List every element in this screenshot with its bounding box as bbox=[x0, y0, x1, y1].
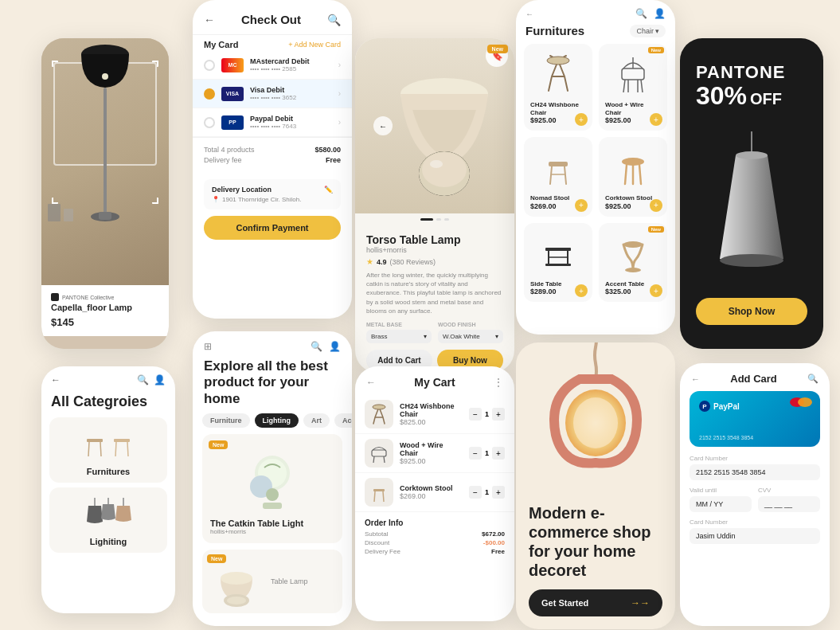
category-label-lighting: Lighiting bbox=[90, 537, 127, 546]
furniture-item-4[interactable]: Corktown Stool $925.00 + bbox=[599, 137, 667, 217]
cart-item-image-3 bbox=[365, 478, 393, 507]
back-arrow-icon[interactable]: ← bbox=[525, 10, 533, 18]
more-icon[interactable]: ⋮ bbox=[494, 377, 503, 388]
lamp-product-image: ← 🔖 New bbox=[355, 38, 514, 213]
profile-icon[interactable]: 👤 bbox=[654, 8, 666, 19]
cvv-label: CVV bbox=[758, 487, 820, 494]
search-icon[interactable]: 🔍 bbox=[807, 374, 819, 384]
category-item-furnitures[interactable]: Furnitures bbox=[49, 417, 167, 483]
grid-icon[interactable]: ⊞ bbox=[204, 341, 212, 352]
tab-art[interactable]: Art bbox=[303, 413, 330, 428]
category-label-furnitures: Furnitures bbox=[87, 467, 130, 476]
furniture-item-6[interactable]: New Accent Table $325.00 + bbox=[599, 223, 667, 303]
svg-line-58 bbox=[383, 491, 384, 502]
paypal-name: Paypal Debit bbox=[250, 115, 296, 123]
explore-product-2[interactable]: New Table Lamp bbox=[202, 550, 342, 613]
explore-product-1[interactable]: New The Catkin Table Light hollis+morris bbox=[202, 434, 342, 543]
tab-lighting[interactable]: Lighting bbox=[255, 413, 299, 428]
add-item-button-3[interactable]: + bbox=[575, 199, 588, 212]
metal-base-label: METAL BASE bbox=[366, 322, 432, 327]
delivery-value: Free bbox=[326, 156, 341, 164]
payment-row-paypal[interactable]: PP Paypal Debit •••• •••• •••• 7643 › bbox=[193, 108, 352, 137]
paypal-icon: P bbox=[699, 401, 710, 412]
search-icon[interactable]: 🔍 bbox=[635, 8, 647, 19]
tab-furniture[interactable]: Furniture bbox=[202, 413, 250, 428]
qty-decrease-3[interactable]: − bbox=[469, 486, 482, 499]
cart-item-1: CH24 Wishbone Chair $825.00 − 1 + bbox=[355, 395, 514, 434]
search-icon[interactable]: 🔍 bbox=[137, 374, 149, 385]
valid-until-field[interactable]: MM / YY bbox=[690, 496, 752, 512]
search-icon[interactable]: 🔍 bbox=[327, 14, 341, 26]
back-arrow-icon[interactable]: ← bbox=[366, 377, 376, 388]
svg-point-49 bbox=[221, 572, 252, 585]
search-icon[interactable]: 🔍 bbox=[311, 341, 322, 352]
qty-increase-1[interactable]: + bbox=[492, 408, 505, 421]
lighting-category-svg bbox=[80, 496, 136, 531]
card-my-cart: ← My Cart ⋮ CH24 Wishbone Chair $825.00 … bbox=[355, 366, 514, 621]
svg-line-57 bbox=[374, 491, 375, 502]
get-started-button[interactable]: Get Started →→ bbox=[529, 589, 662, 616]
furniture-item-1[interactable]: CH24 Wishbone Chair $925.00 + bbox=[524, 44, 592, 131]
modern-lamp-image bbox=[516, 342, 675, 491]
svg-line-39 bbox=[115, 442, 116, 456]
card-modern-ecommerce: Modern e-commerce shop for your home dec… bbox=[516, 342, 675, 629]
cart-item-image-2 bbox=[365, 439, 393, 468]
qty-decrease-2[interactable]: − bbox=[469, 447, 482, 460]
card-number-label: Card Number bbox=[690, 455, 820, 462]
qty-increase-3[interactable]: + bbox=[492, 486, 505, 499]
radio-visa[interactable] bbox=[204, 88, 215, 100]
chevron-right-icon: › bbox=[338, 118, 341, 127]
payment-row-mastercard[interactable]: MC MAstercard Debit •••• •••• •••• 2585 … bbox=[193, 51, 352, 80]
wood-finish-value: W.Oak White bbox=[443, 333, 480, 340]
categories-title: All Categroies bbox=[41, 393, 175, 417]
edit-location-icon[interactable]: ✏️ bbox=[324, 186, 333, 194]
svg-point-8 bbox=[422, 152, 467, 187]
cvv-field[interactable]: __ __ __ bbox=[758, 496, 820, 512]
cart-item-3: Corktown Stool $269.00 − 1 + bbox=[355, 473, 514, 512]
svg-rect-25 bbox=[545, 248, 571, 251]
tab-accessories[interactable]: Accesori bbox=[334, 413, 352, 428]
category-filter[interactable]: Chair ▾ bbox=[630, 25, 666, 37]
profile-icon[interactable]: 👤 bbox=[329, 341, 341, 352]
back-button[interactable]: ← bbox=[373, 116, 393, 135]
svg-rect-56 bbox=[373, 489, 385, 491]
card-pantone: PANTONE 30% OFF bbox=[680, 38, 823, 349]
qty-increase-2[interactable]: + bbox=[492, 447, 505, 460]
qty-decrease-1[interactable]: − bbox=[469, 408, 482, 421]
brand-icon bbox=[51, 293, 59, 301]
confirm-payment-button[interactable]: Confirm Payment bbox=[204, 216, 341, 240]
modern-lamp-svg bbox=[532, 342, 659, 491]
paypal-card-visual: P PayPal 2152 2515 3548 3854 bbox=[690, 391, 820, 447]
card-checkout: ← Check Out 🔍 My Card + Add New Card MC … bbox=[193, 0, 352, 319]
svg-line-12 bbox=[623, 80, 625, 92]
chevron-right-icon: › bbox=[338, 89, 341, 98]
furniture-item-5[interactable]: Side Table $289.00 + bbox=[524, 223, 592, 303]
radio-paypal[interactable] bbox=[204, 117, 215, 128]
valid-until-label: Valid until bbox=[690, 487, 752, 494]
card-explore: ⊞ 🔍 👤 Explore all the best product for y… bbox=[193, 331, 352, 626]
add-new-card-button[interactable]: + Add New Card bbox=[288, 41, 341, 49]
add-item-button-4[interactable]: + bbox=[650, 199, 662, 212]
radio-mastercard[interactable] bbox=[204, 60, 215, 71]
delivery-fee-label: Delivery Fee bbox=[365, 548, 400, 555]
shop-now-button[interactable]: Shop Now bbox=[696, 298, 807, 325]
furniture-item-3[interactable]: Nomad Stool $269.00 + bbox=[524, 137, 592, 217]
name-on-card-field[interactable]: Jasim Uddin bbox=[690, 528, 820, 544]
profile-icon[interactable]: 👤 bbox=[154, 374, 166, 385]
payment-row-visa[interactable]: VISA Visa Debit •••• •••• •••• 3652 › bbox=[193, 80, 352, 108]
cart-wire-chair-svg bbox=[368, 442, 390, 464]
category-item-lighting[interactable]: Lighiting bbox=[49, 487, 167, 553]
pendant-lamp-svg bbox=[704, 131, 799, 275]
qty-value-3: 1 bbox=[485, 488, 489, 496]
add-card-title: Add Card bbox=[700, 373, 807, 385]
back-arrow-icon[interactable]: ← bbox=[51, 374, 61, 385]
explore-product-name-1: The Catkin Table Light bbox=[210, 518, 334, 528]
back-arrow-icon[interactable]: ← bbox=[691, 374, 700, 384]
delivery-address: 1901 Thornridge Cir. Shiloh. bbox=[222, 196, 301, 203]
furniture-item-2[interactable]: New Wood + Wire Chair $925.00 + bbox=[599, 44, 667, 131]
metal-base-select[interactable]: Brass ▾ bbox=[366, 330, 432, 343]
new-badge-2: New bbox=[207, 554, 226, 563]
back-arrow-icon[interactable]: ← bbox=[204, 14, 215, 26]
wood-finish-select[interactable]: W.Oak White ▾ bbox=[438, 330, 503, 343]
card-number-field[interactable]: 2152 2515 3548 3854 bbox=[690, 464, 820, 480]
